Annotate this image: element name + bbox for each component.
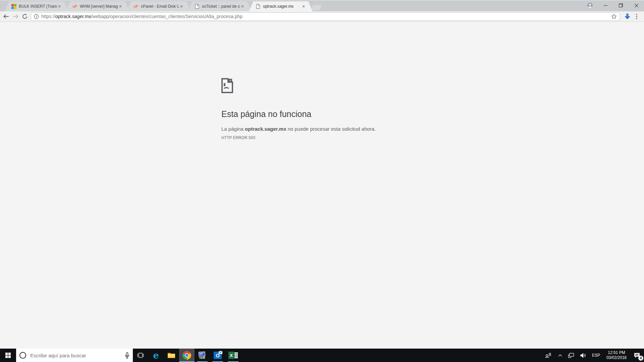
page-icon (255, 4, 261, 9)
volume-icon[interactable] (577, 349, 589, 362)
url-path: /webapp/operacion/clientes/cuentas_clien… (91, 14, 243, 19)
download-extension-icon[interactable] (623, 12, 632, 21)
close-tab-icon[interactable]: × (57, 4, 62, 9)
reload-button[interactable] (20, 12, 30, 21)
tab-title: cPanel - Email Disk Usag (141, 4, 179, 9)
toolbar-extensions (623, 12, 641, 21)
clock-date: 03/02/2018 (606, 355, 627, 360)
people-icon[interactable] (542, 349, 555, 362)
tab-bulk-insert[interactable]: BULK INSERT (Transact-S × (5, 1, 68, 11)
browser-toolbar: https://optrack.sager.mx/webapp/operacio… (0, 11, 644, 22)
action-center-button[interactable]: 4 (630, 349, 644, 362)
url-text: https://optrack.sager.mx/webapp/operacio… (41, 14, 611, 19)
outlook-icon: O (214, 352, 222, 359)
tab-title: optrack.sager.mx (263, 4, 301, 9)
cpanel-icon: cP (72, 4, 77, 9)
chrome-icon (182, 351, 191, 360)
tab-title: osTicket :: panel de contr (202, 4, 240, 9)
close-tab-icon[interactable]: × (118, 4, 123, 9)
error-title: Esta página no funciona (221, 109, 436, 119)
error-message-host: optrack.sager.mx (245, 126, 286, 132)
back-button[interactable] (1, 12, 11, 21)
close-tab-icon[interactable]: × (240, 4, 245, 9)
task-view-button[interactable] (133, 349, 148, 362)
close-tab-icon[interactable]: × (179, 4, 184, 9)
taskbar-chrome-button[interactable] (179, 349, 195, 362)
close-tab-icon[interactable]: × (301, 4, 306, 9)
tray-chevron-up-icon[interactable] (555, 349, 565, 362)
minimize-button[interactable] (598, 0, 613, 10)
windows-taskbar: e O X (0, 349, 644, 362)
network-icon[interactable] (565, 349, 577, 362)
tab-whm[interactable]: cP WHM [server] Manage D × (66, 1, 129, 11)
system-tray: ESP 12:51 PM 03/02/2018 4 (542, 349, 644, 362)
edge-icon: e (153, 351, 159, 360)
start-button[interactable] (0, 349, 16, 362)
sad-page-icon (221, 78, 233, 93)
url-scheme: https:// (41, 14, 55, 19)
page-content: Esta página no funciona La página optrac… (0, 22, 644, 349)
new-tab-button[interactable] (311, 5, 322, 10)
error-message: La página optrack.sager.mx no puede proc… (221, 126, 436, 132)
error-block: Esta página no funciona La página optrac… (221, 78, 436, 140)
forward-button[interactable] (11, 12, 20, 21)
microsoft-icon (11, 4, 16, 9)
taskbar-excel-button[interactable]: X (225, 349, 241, 362)
error-message-prefix: La página (221, 126, 245, 132)
restore-button[interactable] (613, 0, 629, 10)
microphone-icon[interactable] (125, 352, 129, 359)
bookmark-star-icon[interactable] (611, 14, 617, 19)
tab-osticket[interactable]: osTicket :: panel de contr × (188, 1, 252, 11)
tab-cpanel-email[interactable]: cP cPanel - Email Disk Usag × (127, 1, 191, 11)
cortana-icon (19, 352, 26, 359)
computer-app-icon (198, 351, 207, 359)
notification-badge: 4 (638, 356, 643, 361)
menu-dots-icon[interactable] (632, 12, 641, 21)
windows-logo-icon (5, 353, 11, 358)
error-message-suffix: no puede procesar esta solicitud ahora. (286, 126, 376, 132)
profile-icon[interactable] (582, 0, 598, 10)
excel-icon: X (228, 352, 238, 359)
taskbar-computer-app-button[interactable] (195, 349, 210, 362)
clock-time: 12:51 PM (606, 350, 627, 355)
browser-frame: BULK INSERT (Transact-S × cP WHM [server… (0, 0, 644, 11)
file-explorer-icon (167, 352, 175, 359)
window-controls (582, 0, 644, 10)
close-window-button[interactable] (629, 0, 644, 10)
task-view-icon (137, 352, 144, 358)
tab-strip: BULK INSERT (Transact-S × cP WHM [server… (0, 1, 321, 11)
search-input[interactable] (30, 353, 125, 358)
url-host: optrack.sager.mx (55, 14, 91, 19)
error-code: HTTP ERROR 500 (221, 135, 436, 140)
address-bar[interactable]: https://optrack.sager.mx/webapp/operacio… (31, 12, 620, 21)
language-indicator[interactable]: ESP (589, 349, 603, 362)
taskbar-search-box[interactable] (16, 349, 133, 362)
tab-optrack-active[interactable]: optrack.sager.mx × (249, 1, 313, 11)
taskbar-edge-button[interactable]: e (148, 349, 164, 362)
taskbar-file-explorer-button[interactable] (164, 349, 179, 362)
taskbar-outlook-button[interactable]: O (210, 349, 225, 362)
page-info-icon[interactable] (34, 14, 39, 19)
tab-title: BULK INSERT (Transact-S (19, 4, 57, 9)
page-icon (194, 4, 200, 9)
cpanel-icon: cP (133, 4, 139, 9)
taskbar-clock[interactable]: 12:51 PM 03/02/2018 (603, 349, 630, 362)
tab-title: WHM [server] Manage D (80, 4, 118, 9)
